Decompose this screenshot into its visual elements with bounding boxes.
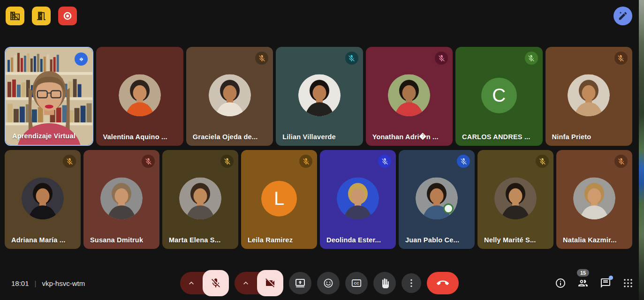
more-options-button[interactable] [402,273,421,293]
mic-off-icon [438,54,446,62]
participant-tile[interactable]: Adriana María ... [5,150,81,249]
grid-row-1: Aprendizaje Virtual Valentina Aquino ...… [5,47,632,146]
meeting-info: 18:01 | vkp-hsvc-wtm [11,279,85,287]
mic-off-badge [614,155,628,168]
chat-button[interactable] [600,278,611,289]
hand-icon [379,278,390,289]
participant-name: Graciela Ojeda de... [193,133,258,141]
mic-off-icon [538,158,546,165]
mic-off-icon [381,158,389,165]
door-button[interactable] [32,7,51,25]
mic-toggle-button[interactable] [203,270,229,296]
emoji-icon [323,278,334,289]
activities-button[interactable] [622,278,634,289]
mic-off-icon [617,158,625,165]
avatar [568,74,610,116]
participant-tile[interactable]: Susana Dmitruk [83,150,159,249]
grid-row-2: Adriana María ... Susana Dmitruk Marta E… [5,150,632,249]
participant-name: Aprendizaje Virtual [12,132,76,140]
avatar [119,74,161,116]
mic-off-badge [536,155,549,168]
people-icon [577,278,589,289]
participant-grid: Aprendizaje Virtual Valentina Aquino ...… [5,47,632,253]
participant-tile[interactable]: Yonathan Adri�n ... [366,47,453,146]
mic-off-badge [457,155,470,168]
participant-name: Valentina Aquino ... [103,133,167,141]
meeting-details-button[interactable] [555,278,566,289]
svg-text:CC: CC [354,281,359,285]
apps-icon [622,278,634,289]
mic-off-icon [617,54,625,62]
mic-off-badge [255,52,268,65]
letter-avatar: L [261,180,297,216]
participant-tile[interactable]: Deolinda Ester... [320,150,396,249]
mic-off-icon [66,158,74,165]
cam-off-icon [265,278,276,289]
avatar [494,177,537,219]
magic-pen-icon [618,11,628,21]
chevron-up-icon [235,278,250,288]
participant-tile[interactable]: Marta Elena S... [162,150,238,249]
participant-tile[interactable]: CCARLOS ANDRES ... [455,47,542,146]
building-off-icon [9,10,21,22]
participant-tile[interactable]: Juan Pablo Ce... [399,150,475,249]
unread-dot [609,276,613,280]
avatar [416,177,458,219]
mic-off-icon [527,54,535,62]
avatar [388,74,430,116]
google-meet-window: Aprendizaje Virtual Valentina Aquino ...… [0,0,644,300]
mic-off-badge [220,155,234,168]
chevron-up-icon [180,278,196,288]
mic-off-badge [142,155,155,168]
mic-off-icon [460,158,468,165]
captions-icon: CC [351,278,362,289]
mic-off-icon [258,54,266,62]
participant-tile[interactable]: Natalia Kazmir... [556,150,632,249]
participant-tile[interactable]: Aprendizaje Virtual [5,47,93,146]
present-screen-button[interactable] [289,272,311,294]
people-button[interactable]: 15 [577,278,589,289]
participant-tile[interactable]: Nelly Marité S... [477,150,553,249]
participant-tile[interactable]: Graciela Ojeda de... [186,47,273,146]
avatar [298,74,341,116]
logo-chip [443,203,454,214]
meeting-code: vkp-hsvc-wtm [42,279,85,287]
mic-off-icon [210,278,221,289]
info-icon [555,278,566,289]
avatar [337,177,379,219]
companion-mode-off-button[interactable] [6,7,24,25]
record-button[interactable] [58,7,77,25]
separator: | [35,279,37,287]
raise-hand-button[interactable] [373,272,396,294]
participant-name: Ninfa Prieto [552,133,591,141]
participant-name: Nelly Marité S... [484,236,536,244]
clock: 18:01 [11,279,29,287]
participant-tile[interactable]: LLeila Ramirez [241,150,317,249]
participant-name: CARLOS ANDRES ... [462,133,530,141]
reactions-button[interactable] [317,272,340,294]
captions-button[interactable]: CC [345,272,368,294]
participant-name: Adriana María ... [11,236,65,244]
audio-bars-icon [77,55,85,63]
mic-off-badge [63,155,76,168]
present-icon [295,278,306,289]
more-vert-icon [406,278,417,289]
leave-call-button[interactable] [427,272,459,294]
participant-tile[interactable]: Valentina Aquino ... [96,47,183,146]
participant-count-badge: 15 [577,269,589,277]
participant-tile[interactable]: Ninfa Prieto [546,47,632,146]
effects-pen-button[interactable] [614,7,632,25]
participant-name: Susana Dmitruk [90,236,143,244]
camera-control-group [235,270,283,296]
call-controls: CC [180,270,459,296]
mic-off-badge [299,155,312,168]
mic-off-icon [144,158,152,165]
letter-avatar: C [481,77,517,113]
participant-tile[interactable]: Lilian Villaverde [276,47,363,146]
mic-off-icon [348,54,356,62]
mic-off-badge [345,52,358,65]
mic-off-icon [302,158,310,165]
mic-off-badge [614,52,628,65]
camera-toggle-button[interactable] [257,270,283,296]
record-icon [62,10,73,22]
